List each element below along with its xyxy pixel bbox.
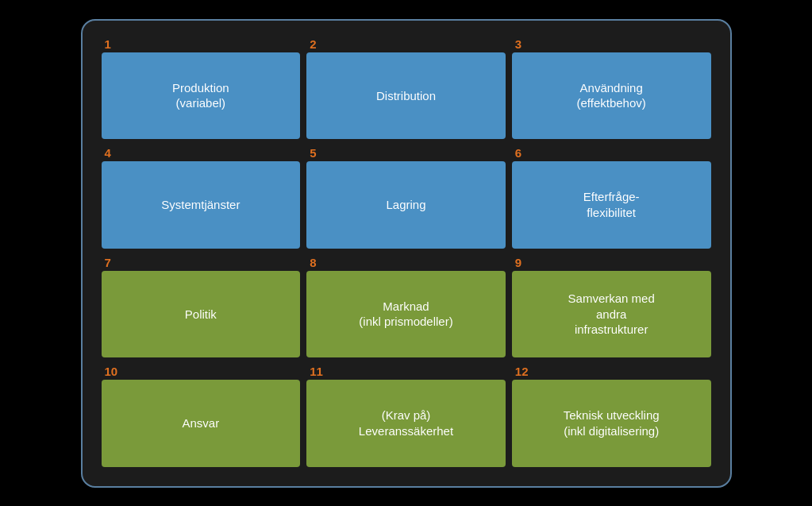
cell-wrapper-9: 9Samverkan med andra infrastrukturer [512,255,711,358]
cell-wrapper-10: 10Ansvar [102,364,301,467]
cell-label-7: Politik [185,307,217,323]
cell-11: (Krav på) Leveranssäkerhet [306,380,506,467]
cell-label-6: Efterfråge- flexibilitet [583,189,640,220]
cell-12: Teknisk utveckling (inkl digitalisering) [512,380,711,467]
cell-wrapper-5: 5Lagring [306,145,506,249]
cell-number-11: 11 [310,365,323,377]
outer-container: 1Produktion (variabel)2Distribution3Anvä… [81,19,732,488]
cell-5: Lagring [306,161,506,249]
cell-wrapper-3: 3Användning (effektbehov) [512,37,711,140]
cell-label-8: Marknad (inkl prismodeller) [359,299,452,330]
cell-2: Distribution [306,52,506,140]
cell-number-1: 1 [105,38,111,50]
cell-number-9: 9 [515,257,521,268]
cell-label-12: Teknisk utveckling (inkl digitalisering) [564,408,660,438]
cell-6: Efterfråge- flexibilitet [512,161,711,249]
cell-1: Produktion (variabel) [102,52,301,140]
cell-number-12: 12 [515,365,529,377]
cell-4: Systemtjänster [102,161,301,249]
cell-label-11: (Krav på) Leveranssäkerhet [359,408,453,438]
cell-8: Marknad (inkl prismodeller) [306,271,506,358]
cell-wrapper-4: 4Systemtjänster [102,145,301,249]
cell-label-10: Ansvar [182,415,219,431]
cell-wrapper-2: 2Distribution [306,37,506,140]
cell-number-2: 2 [310,38,316,50]
cell-wrapper-6: 6Efterfråge- flexibilitet [512,145,711,249]
cell-wrapper-12: 12Teknisk utveckling (inkl digitaliserin… [512,364,711,467]
cell-number-4: 4 [105,147,111,159]
cell-10: Ansvar [102,380,301,467]
cell-label-4: Systemtjänster [161,197,240,213]
cell-label-5: Lagring [386,197,425,213]
cell-label-9: Samverkan med andra infrastrukturer [568,291,655,338]
cell-number-3: 3 [515,38,521,50]
cell-label-1: Produktion (variabel) [172,80,229,111]
cell-wrapper-1: 1Produktion (variabel) [102,37,301,140]
cell-7: Politik [102,271,301,358]
cell-number-8: 8 [310,257,316,268]
cell-wrapper-7: 7Politik [102,255,301,358]
cell-3: Användning (effektbehov) [512,52,711,140]
cell-label-2: Distribution [376,88,436,104]
cell-number-10: 10 [105,365,118,377]
cell-label-3: Användning (effektbehov) [577,80,646,111]
cell-9: Samverkan med andra infrastrukturer [512,271,711,358]
cell-number-6: 6 [515,147,521,159]
cell-number-5: 5 [310,147,316,159]
grid: 1Produktion (variabel)2Distribution3Anvä… [102,37,711,467]
cell-number-7: 7 [105,257,111,268]
cell-wrapper-11: 11(Krav på) Leveranssäkerhet [306,364,506,467]
cell-wrapper-8: 8Marknad (inkl prismodeller) [306,255,506,358]
